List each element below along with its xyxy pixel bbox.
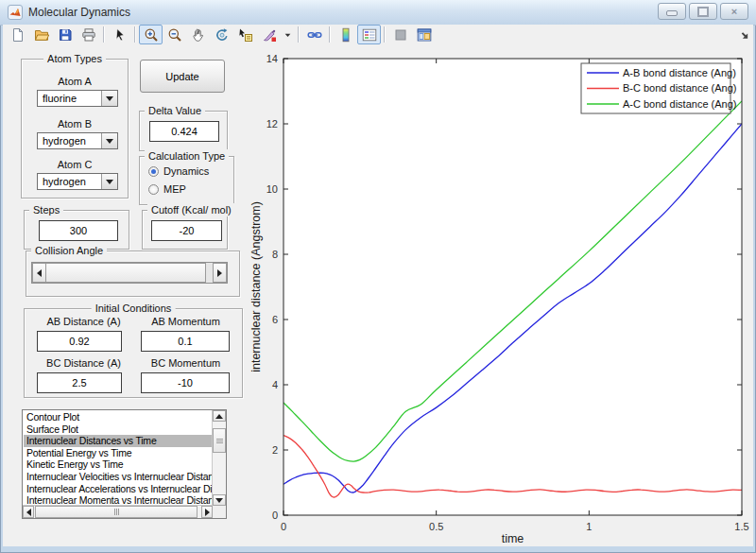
bc-distance-field[interactable]: 2.5 xyxy=(37,372,122,393)
atom-c-dropdown-icon[interactable] xyxy=(101,174,117,189)
mep-radio[interactable]: MEP xyxy=(148,183,186,195)
listbox-horizontal-scrollbar[interactable] xyxy=(23,505,213,518)
toolbar-separator xyxy=(384,26,386,43)
legend-entry-label: A-C bond distance (Ang) xyxy=(623,98,736,110)
list-item[interactable]: Surface Plot xyxy=(24,423,212,436)
vertical-scroll-thumb[interactable] xyxy=(213,428,226,453)
list-item[interactable]: Internuclear Accelerations vs Internucle… xyxy=(24,483,212,495)
brush-options-button[interactable] xyxy=(281,25,295,44)
window-controls: × xyxy=(658,3,748,20)
cutoff-panel: Cutoff (Kcal/ mol) -20 xyxy=(142,210,228,250)
legend-entry-label: A-B bond distance (Ang) xyxy=(623,67,736,78)
slider-right-arrow[interactable] xyxy=(213,263,227,283)
initial-conditions-title: Initial Conditions xyxy=(92,302,176,315)
gray-square-icon xyxy=(393,27,408,43)
link-plot-button[interactable] xyxy=(302,25,326,44)
save-icon xyxy=(58,27,73,43)
dynamics-radio[interactable]: Dynamics xyxy=(148,165,209,177)
y-tick-label: 12 xyxy=(266,118,278,130)
plot-axes[interactable]: 00.511.502468101214A-B bond distance (An… xyxy=(250,49,752,545)
data-cursor-button[interactable] xyxy=(233,25,257,44)
show-plot-tools-button[interactable] xyxy=(412,25,436,44)
toolbar-separator xyxy=(329,26,331,43)
edit-plot-button[interactable] xyxy=(108,25,131,44)
y-tick-label: 14 xyxy=(266,53,278,64)
maximize-button[interactable] xyxy=(689,3,717,20)
horizontal-scroll-thumb[interactable] xyxy=(35,506,198,518)
scroll-right-button[interactable] xyxy=(201,506,213,518)
rotate-3d-button[interactable] xyxy=(210,25,233,44)
open-file-button[interactable] xyxy=(29,25,53,44)
list-item[interactable]: Kinetic Energy vs Time xyxy=(24,458,212,471)
zoom-out-button[interactable] xyxy=(163,25,186,44)
save-figure-button[interactable] xyxy=(53,25,77,44)
zoom-in-button[interactable] xyxy=(139,25,163,44)
zoom-out-icon xyxy=(167,27,182,43)
y-tick-label: 6 xyxy=(272,314,278,325)
close-button[interactable]: × xyxy=(720,3,748,20)
bc-momentum-field[interactable]: -10 xyxy=(141,372,230,393)
atom-b-dropdown-icon[interactable] xyxy=(101,133,117,148)
list-item[interactable]: Contour Plot xyxy=(24,411,212,423)
list-item[interactable]: Potential Energy vs Time xyxy=(24,447,212,459)
toolbar-separator xyxy=(103,26,105,43)
scroll-down-button[interactable] xyxy=(213,494,226,506)
atom-a-label: Atom A xyxy=(22,76,128,87)
y-axis-label: internuclear distance (Angstrom) xyxy=(250,201,263,372)
atom-a-dropdown-icon[interactable] xyxy=(101,91,117,106)
dock-figure-button[interactable] xyxy=(737,25,751,44)
x-tick-label: 1 xyxy=(586,521,592,532)
pan-button[interactable] xyxy=(186,25,210,44)
print-figure-button[interactable] xyxy=(77,25,100,44)
atom-c-select[interactable]: hydrogen xyxy=(37,173,118,190)
atom-b-label: Atom B xyxy=(22,118,128,130)
mep-radio-icon[interactable] xyxy=(148,184,159,195)
insert-legend-button[interactable] xyxy=(357,25,381,44)
x-tick-label: 1.5 xyxy=(734,521,748,532)
slider-thumb[interactable] xyxy=(45,263,206,283)
update-button[interactable]: Update xyxy=(140,60,225,93)
atom-a-select[interactable]: fluorine xyxy=(37,90,118,107)
scrollbar-corner xyxy=(213,506,226,518)
calculation-type-panel: Calculation Type Dynamics MEP xyxy=(139,156,234,205)
dynamics-radio-icon[interactable] xyxy=(148,166,159,177)
scroll-up-button[interactable] xyxy=(213,410,226,422)
steps-field[interactable]: 300 xyxy=(39,220,118,241)
y-tick-label: 10 xyxy=(266,183,278,195)
ab-momentum-field[interactable]: 0.1 xyxy=(141,331,230,352)
new-figure-button[interactable] xyxy=(6,25,29,44)
scroll-left-button[interactable] xyxy=(23,506,34,518)
collision-angle-panel: Collision Angle xyxy=(26,251,240,297)
y-tick-label: 8 xyxy=(272,249,278,260)
mep-radio-label: MEP xyxy=(163,183,186,195)
collision-angle-slider[interactable] xyxy=(31,262,228,284)
cutoff-field[interactable]: -20 xyxy=(151,220,222,241)
y-tick-label: 0 xyxy=(272,510,278,521)
plot-legend[interactable]: A-B bond distance (Ang)B-C bond distance… xyxy=(581,63,736,113)
insert-colorbar-button[interactable] xyxy=(334,25,357,44)
minimize-button[interactable] xyxy=(658,3,686,20)
brush-icon xyxy=(262,27,277,43)
legend-icon xyxy=(362,27,377,43)
slider-left-arrow[interactable] xyxy=(32,263,46,283)
atom-b-select[interactable]: hydrogen xyxy=(37,132,118,149)
print-icon xyxy=(81,27,96,43)
bc-momentum-label: BC Momentum xyxy=(136,357,235,369)
zoom-in-icon xyxy=(144,27,159,43)
list-item[interactable]: Internuclear Distances vs Time xyxy=(24,435,212,447)
minimize-icon xyxy=(666,10,678,16)
list-item[interactable]: Internuclear Velocities vs Internuclear … xyxy=(24,471,212,483)
list-item[interactable]: Internuclear Momenta vs Internuclear Dis… xyxy=(24,494,212,505)
atom-b-value: hydrogen xyxy=(43,135,86,147)
listbox-vertical-scrollbar[interactable] xyxy=(212,410,226,506)
calculation-type-title: Calculation Type xyxy=(145,149,229,163)
ab-distance-field[interactable]: 0.92 xyxy=(37,331,122,352)
delta-value-field[interactable]: 0.424 xyxy=(149,121,219,142)
plot-tools-icon xyxy=(417,27,432,43)
brush-data-button[interactable] xyxy=(257,25,281,44)
titlebar[interactable]: Molecular Dynamics × xyxy=(0,0,756,26)
delta-value-panel: Delta Value 0.424 xyxy=(139,111,228,151)
matlab-logo-icon xyxy=(8,5,23,20)
plot-type-listbox[interactable]: Contour PlotSurface PlotInternuclear Dis… xyxy=(22,409,227,519)
atom-types-title: Atom Types xyxy=(43,52,106,65)
